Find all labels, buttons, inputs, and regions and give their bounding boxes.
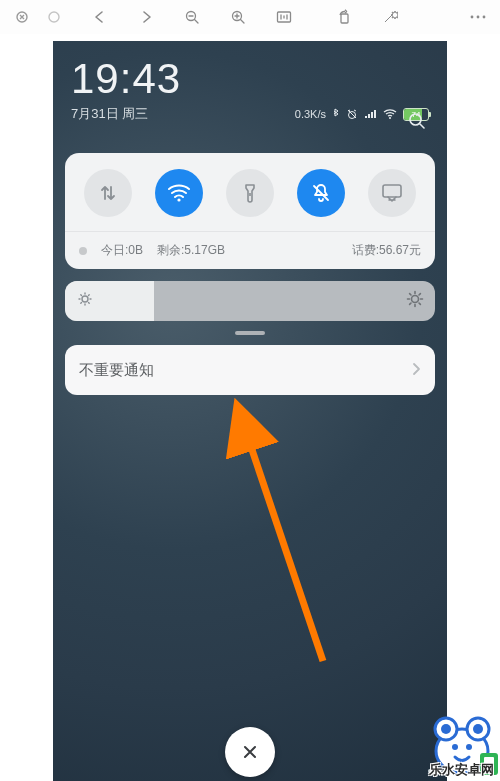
qs-remaining: 剩余:5.17GB <box>157 242 225 259</box>
stop-icon[interactable] <box>38 3 70 31</box>
qs-screenshot[interactable] <box>368 169 416 217</box>
forward-button[interactable] <box>130 3 162 31</box>
date-label: 7月31日 周三 <box>71 105 148 123</box>
svg-point-11 <box>410 114 421 125</box>
qs-flashlight[interactable] <box>226 169 274 217</box>
svg-point-10 <box>389 117 391 119</box>
svg-rect-13 <box>383 185 401 197</box>
svg-point-14 <box>82 296 88 302</box>
close-icon[interactable] <box>6 3 38 31</box>
net-speed: 0.3K/s <box>295 108 326 120</box>
signal-icon <box>364 109 377 119</box>
effects-button[interactable] <box>374 3 406 31</box>
svg-point-15 <box>412 296 419 303</box>
phone-screenshot: 19:43 7月31日 周三 0.3K/s 74 <box>53 41 447 781</box>
back-button[interactable] <box>84 3 116 31</box>
alarm-off-icon <box>346 108 358 120</box>
qs-dnd[interactable] <box>297 169 345 217</box>
brightness-high-icon <box>395 290 435 312</box>
search-icon[interactable] <box>407 111 427 135</box>
zoom-out-button[interactable] <box>176 3 208 31</box>
watermark-text: 乐水安卓网 <box>429 761 494 779</box>
svg-point-23 <box>466 744 472 750</box>
quick-settings-panel: 今日:0B 剩余:5.17GB 话费:56.67元 <box>65 153 435 269</box>
more-button[interactable] <box>462 3 494 31</box>
svg-point-20 <box>441 724 451 734</box>
qs-balance: 话费:56.67元 <box>352 242 421 259</box>
svg-point-12 <box>178 198 181 201</box>
clock-time: 19:43 <box>71 55 429 103</box>
svg-point-22 <box>452 744 458 750</box>
brightness-slider[interactable] <box>65 281 435 321</box>
viewer-toolbar <box>0 0 500 34</box>
svg-point-1 <box>49 12 59 22</box>
svg-point-21 <box>473 724 483 734</box>
dot-icon <box>79 247 87 255</box>
notification-title: 不重要通知 <box>79 361 154 380</box>
svg-line-16 <box>239 411 323 661</box>
svg-point-8 <box>483 16 486 19</box>
zoom-in-button[interactable] <box>222 3 254 31</box>
rotate-button[interactable] <box>328 3 360 31</box>
qs-wifi[interactable] <box>155 169 203 217</box>
qs-mobile-data[interactable] <box>84 169 132 217</box>
svg-point-7 <box>477 16 480 19</box>
qs-info-row[interactable]: 今日:0B 剩余:5.17GB 话费:56.67元 <box>65 232 435 269</box>
drag-handle[interactable] <box>235 331 265 335</box>
image-viewport: 19:43 7月31日 周三 0.3K/s 74 <box>0 34 500 781</box>
qs-today-usage: 今日:0B <box>101 242 143 259</box>
dismiss-button[interactable] <box>225 727 275 777</box>
chevron-right-icon <box>411 361 421 380</box>
svg-point-6 <box>471 16 474 19</box>
svg-point-9 <box>349 112 356 119</box>
brightness-low-icon <box>65 291 105 311</box>
wifi-status-icon <box>383 109 397 119</box>
unimportant-notifications-card[interactable]: 不重要通知 <box>65 345 435 395</box>
bluetooth-icon <box>332 108 340 120</box>
annotation-arrow <box>53 41 447 781</box>
actual-size-button[interactable] <box>268 3 300 31</box>
svg-rect-5 <box>341 14 348 23</box>
